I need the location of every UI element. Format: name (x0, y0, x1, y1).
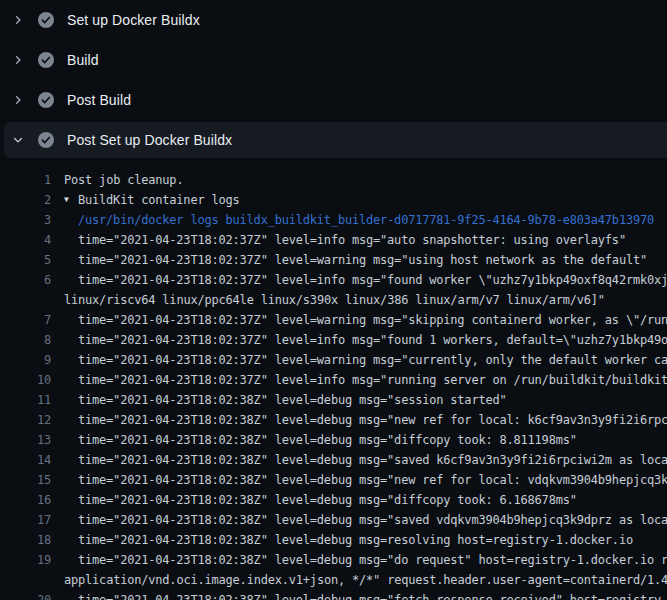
chevron-down-icon (12, 134, 24, 146)
log-line: 1 Post job cleanup. (0, 170, 667, 190)
log-line: 15 time="2021-04-23T18:02:38Z" level=deb… (0, 470, 667, 490)
log-text: time="2021-04-23T18:02:37Z" level=info m… (64, 370, 667, 390)
line-number[interactable]: 12 (0, 410, 51, 430)
log-line: 6 time="2021-04-23T18:02:37Z" level=info… (0, 270, 667, 290)
log-line: 12 time="2021-04-23T18:02:38Z" level=deb… (0, 410, 667, 430)
triangle-down-icon: ▼ (64, 190, 78, 210)
log-line: 13 time="2021-04-23T18:02:38Z" level=deb… (0, 430, 667, 450)
log-line: 16 time="2021-04-23T18:02:38Z" level=deb… (0, 490, 667, 510)
line-number[interactable]: 20 (0, 590, 51, 600)
steps-list: Set up Docker Buildx Build Post Build (0, 0, 667, 158)
log-line: 19 time="2021-04-23T18:02:38Z" level=deb… (0, 550, 667, 570)
log-line-command: 3 /usr/bin/docker logs buildx_buildkit_b… (0, 210, 667, 230)
line-number[interactable]: 19 (0, 550, 51, 570)
log-line: application/vnd.oci.image.index.v1+json,… (0, 570, 667, 590)
log-text: time="2021-04-23T18:02:38Z" level=debug … (64, 430, 577, 450)
line-number[interactable]: 17 (0, 510, 51, 530)
log-line: 14 time="2021-04-23T18:02:38Z" level=deb… (0, 450, 667, 470)
actions-log-viewer: { "colors": { "background": "#0a0d12", "… (0, 0, 667, 600)
line-number[interactable]: 15 (0, 470, 51, 490)
line-number[interactable]: 1 (0, 170, 51, 190)
log-line: 2 ▼BuildKit container logs (0, 190, 667, 210)
log-text: time="2021-04-23T18:02:38Z" level=debug … (64, 470, 667, 490)
log-text: time="2021-04-23T18:02:37Z" level=info m… (64, 230, 626, 250)
log-text: time="2021-04-23T18:02:37Z" level=warnin… (64, 250, 647, 270)
log-text: time="2021-04-23T18:02:38Z" level=debug … (64, 450, 667, 470)
log-line: 9 time="2021-04-23T18:02:37Z" level=warn… (0, 350, 667, 370)
line-number[interactable]: 7 (0, 310, 51, 330)
log-panel: 1 Post job cleanup. 2 ▼BuildKit containe… (0, 160, 667, 600)
log-line: 7 time="2021-04-23T18:02:37Z" level=warn… (0, 310, 667, 330)
log-text: time="2021-04-23T18:02:38Z" level=debug … (64, 530, 633, 550)
log-line: 17 time="2021-04-23T18:02:38Z" level=deb… (0, 510, 667, 530)
step-label: Post Set up Docker Buildx (67, 132, 232, 148)
step-row-post-build[interactable]: Post Build (0, 80, 667, 120)
line-number[interactable]: 11 (0, 390, 51, 410)
line-number[interactable]: 18 (0, 530, 51, 550)
log-text: time="2021-04-23T18:02:37Z" level=warnin… (64, 310, 667, 330)
line-number[interactable]: 6 (0, 270, 51, 290)
log-text: time="2021-04-23T18:02:38Z" level=debug … (64, 590, 667, 600)
line-number[interactable]: 8 (0, 330, 51, 350)
log-group-toggle[interactable]: ▼BuildKit container logs (64, 190, 240, 210)
step-row-set-up-docker-buildx[interactable]: Set up Docker Buildx (0, 0, 667, 40)
log-text: time="2021-04-23T18:02:37Z" level=info m… (64, 330, 667, 350)
line-number[interactable]: 4 (0, 230, 51, 250)
log-text: /usr/bin/docker logs buildx_buildkit_bui… (64, 210, 654, 230)
check-circle-icon (38, 132, 54, 148)
step-label: Set up Docker Buildx (67, 12, 200, 28)
step-label: Build (67, 52, 99, 68)
line-number[interactable]: 3 (0, 210, 51, 230)
log-text: time="2021-04-23T18:02:38Z" level=debug … (64, 550, 667, 570)
log-text: Post job cleanup. (64, 170, 183, 190)
check-circle-icon (38, 12, 54, 28)
line-number[interactable]: 5 (0, 250, 51, 270)
line-number[interactable]: 2 (0, 190, 51, 210)
line-number[interactable]: 16 (0, 490, 51, 510)
chevron-right-icon (12, 54, 24, 66)
line-number[interactable]: 10 (0, 370, 51, 390)
log-text: time="2021-04-23T18:02:37Z" level=warnin… (64, 350, 667, 370)
log-text: application/vnd.oci.image.index.v1+json,… (64, 570, 667, 590)
log-text: time="2021-04-23T18:02:38Z" level=debug … (64, 510, 667, 530)
log-line: 4 time="2021-04-23T18:02:37Z" level=info… (0, 230, 667, 250)
log-line: 8 time="2021-04-23T18:02:37Z" level=info… (0, 330, 667, 350)
log-text: time="2021-04-23T18:02:38Z" level=debug … (64, 390, 507, 410)
line-number (0, 290, 51, 310)
check-circle-icon (38, 92, 54, 108)
step-row-build[interactable]: Build (0, 40, 667, 80)
log-text: time="2021-04-23T18:02:38Z" level=debug … (64, 490, 577, 510)
line-number (0, 570, 51, 590)
log-text: time="2021-04-23T18:02:38Z" level=debug … (64, 410, 667, 430)
line-number[interactable]: 14 (0, 450, 51, 470)
line-number[interactable]: 13 (0, 430, 51, 450)
step-label: Post Build (67, 92, 131, 108)
log-text: linux/riscv64 linux/ppc64le linux/s390x … (64, 290, 605, 310)
log-text: time="2021-04-23T18:02:37Z" level=info m… (64, 270, 667, 290)
log-line: 18 time="2021-04-23T18:02:38Z" level=deb… (0, 530, 667, 550)
log-line: linux/riscv64 linux/ppc64le linux/s390x … (0, 290, 667, 310)
line-number[interactable]: 9 (0, 350, 51, 370)
log-line: 5 time="2021-04-23T18:02:37Z" level=warn… (0, 250, 667, 270)
check-circle-icon (38, 52, 54, 68)
log-line: 11 time="2021-04-23T18:02:38Z" level=deb… (0, 390, 667, 410)
log-line: 10 time="2021-04-23T18:02:37Z" level=inf… (0, 370, 667, 390)
chevron-right-icon (12, 14, 24, 26)
log-line: 20 time="2021-04-23T18:02:38Z" level=deb… (0, 590, 667, 600)
step-row-post-set-up-docker-buildx[interactable]: Post Set up Docker Buildx (4, 122, 667, 158)
chevron-right-icon (12, 94, 24, 106)
